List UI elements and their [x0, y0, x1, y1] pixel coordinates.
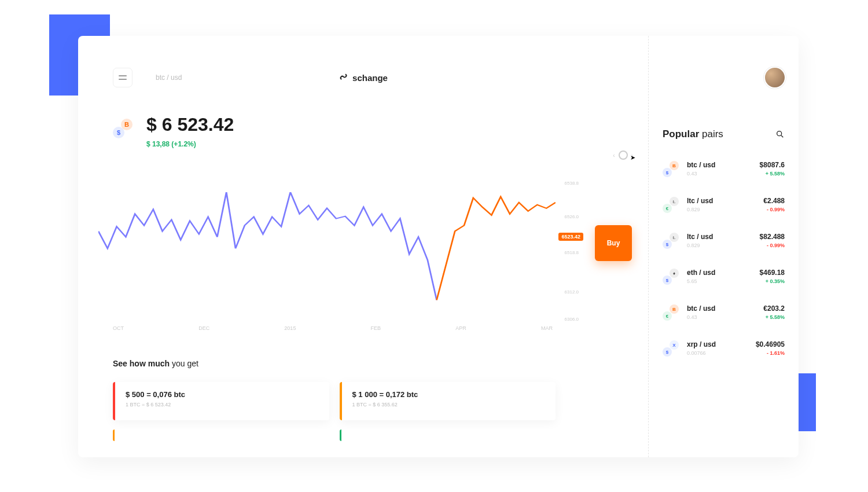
logo-text: schange — [352, 73, 388, 83]
conversion-equation: $ 1 000 = 0,172 btc — [352, 390, 418, 399]
coin-icon: $ — [663, 276, 672, 285]
pair-delta: + 5.58% — [763, 314, 785, 320]
chevron-left-icon[interactable]: ‹ — [613, 152, 615, 159]
pair-delta: - 1.61% — [756, 350, 785, 356]
pair-sub: 0.829 — [687, 207, 713, 212]
converter-card[interactable]: $ 500 = 0,076 btc1 BTC = $ 6 523.42 — [113, 382, 329, 420]
avatar[interactable] — [765, 68, 785, 87]
conversion-rate: 1 BTC = $ 6 355.62 — [352, 402, 418, 407]
converter-card-collapsed[interactable] — [340, 429, 556, 441]
pair-sub: 0.829 — [687, 243, 713, 248]
accent-bar — [340, 429, 341, 441]
price-chart[interactable] — [98, 192, 556, 325]
pair-price: $0.46905 — [756, 340, 785, 348]
search-icon[interactable] — [775, 130, 785, 139]
pair-price: €203.2 — [763, 304, 785, 313]
pair-icon: B $ — [113, 119, 133, 138]
pair-item[interactable]: B$btc / usd0.43$8087.6+ 5.58% — [663, 161, 785, 177]
pair-name: btc / usd — [687, 161, 715, 169]
price-delta: $ 13,88 (+1.2%) — [146, 140, 234, 148]
coin-icon: Ł — [670, 197, 679, 206]
main-panel: btc / usd schange B $ $ 6 523.42 $ 13,88… — [78, 36, 648, 457]
breadcrumb: btc / usd — [156, 74, 182, 82]
coin-icon: ♦ — [670, 269, 679, 278]
pair-delta: + 0.35% — [760, 278, 785, 284]
svg-point-0 — [777, 131, 782, 136]
pair-icon-stack: X$ — [663, 340, 679, 357]
pair-icon-stack: ♦$ — [663, 269, 679, 285]
coin-icon: B — [670, 304, 679, 314]
accent-bar — [113, 429, 115, 441]
logo-icon — [339, 73, 348, 82]
pair-sub: 0.43 — [687, 171, 715, 177]
coin-icon: B — [670, 161, 679, 170]
pair-icon-stack: Ł$ — [663, 233, 679, 249]
pair-icon-stack: B$ — [663, 161, 679, 177]
conversion-rate: 1 BTC = $ 6 523.42 — [126, 402, 185, 407]
pair-item[interactable]: Ł€ltc / usd0.829€2.488- 0.99% — [663, 197, 785, 213]
coin-icon: $ — [663, 168, 672, 177]
coin-icon: $ — [663, 347, 672, 357]
pair-name: ltc / usd — [687, 197, 713, 205]
pair-list: B$btc / usd0.43$8087.6+ 5.58%Ł€ltc / usd… — [663, 161, 785, 357]
slider-knob[interactable] — [619, 150, 628, 160]
pair-name: btc / usd — [687, 304, 715, 313]
pair-name: ltc / usd — [687, 233, 713, 241]
pair-icon-stack: B€ — [663, 304, 679, 321]
coin-icon: € — [663, 311, 672, 321]
price-block: B $ $ 6 523.42 $ 13,88 (+1.2%) — [113, 114, 234, 148]
converter-title: See how much you get — [113, 359, 556, 368]
pair-price: $82.488 — [760, 233, 785, 241]
svg-line-1 — [781, 135, 783, 137]
side-panel: Popular pairs B$btc / usd0.43$8087.6+ 5.… — [648, 36, 799, 457]
pair-sub: 0.43 — [687, 314, 715, 320]
pair-sub: 5.65 — [687, 278, 715, 284]
side-header: Popular pairs — [663, 128, 785, 140]
pair-name: eth / usd — [687, 269, 715, 277]
chart-y-axis: 6538.8 6526.0 6518.8 6312.0 6306.0 — [553, 181, 579, 331]
coin-icon: € — [663, 204, 672, 213]
pair-item[interactable]: ♦$eth / usd5.65$469.18+ 0.35% — [663, 269, 785, 285]
converter-section: See how much you get $ 500 = 0,076 btc1 … — [113, 359, 556, 441]
pair-price: €2.488 — [763, 197, 785, 205]
cursor-icon: ➤ — [630, 154, 635, 161]
coin-icon: X — [670, 340, 679, 350]
side-title: Popular pairs — [663, 128, 723, 140]
pair-delta: - 0.99% — [763, 207, 785, 212]
pair-delta: - 0.99% — [760, 243, 785, 248]
pair-delta: + 5.58% — [760, 171, 785, 177]
pair-name: xrp / usd — [687, 340, 716, 348]
menu-button[interactable] — [113, 68, 133, 87]
converter-card-collapsed[interactable] — [113, 429, 329, 441]
coin-icon: Ł — [670, 233, 679, 242]
price-main: $ 6 523.42 — [146, 114, 234, 135]
pair-price: $8087.6 — [760, 161, 785, 169]
pair-item[interactable]: Ł$ltc / usd0.829$82.488- 0.99% — [663, 233, 785, 249]
buy-button[interactable]: Buy — [595, 225, 632, 261]
converter-card[interactable]: $ 1 000 = 0,172 btc1 BTC = $ 6 355.62 — [340, 382, 556, 420]
usd-icon: $ — [113, 127, 124, 138]
chart-range-slider[interactable]: ‹ › ➤ — [613, 150, 633, 160]
pair-item[interactable]: B€btc / usd0.43€203.2+ 5.58% — [663, 304, 785, 321]
pair-item[interactable]: X$xrp / usd0.00766$0.46905- 1.61% — [663, 340, 785, 357]
pair-icon-stack: Ł€ — [663, 197, 679, 213]
chart-x-axis: OCT DEC 2015 FEB APR MAR — [113, 325, 553, 331]
logo[interactable]: schange — [339, 73, 388, 83]
app-window: btc / usd schange B $ $ 6 523.42 $ 13,88… — [78, 36, 799, 457]
pair-price: $469.18 — [760, 269, 785, 277]
coin-icon: $ — [663, 240, 672, 249]
pair-sub: 0.00766 — [687, 350, 716, 356]
conversion-equation: $ 500 = 0,076 btc — [126, 390, 185, 399]
header: btc / usd schange — [113, 68, 613, 87]
